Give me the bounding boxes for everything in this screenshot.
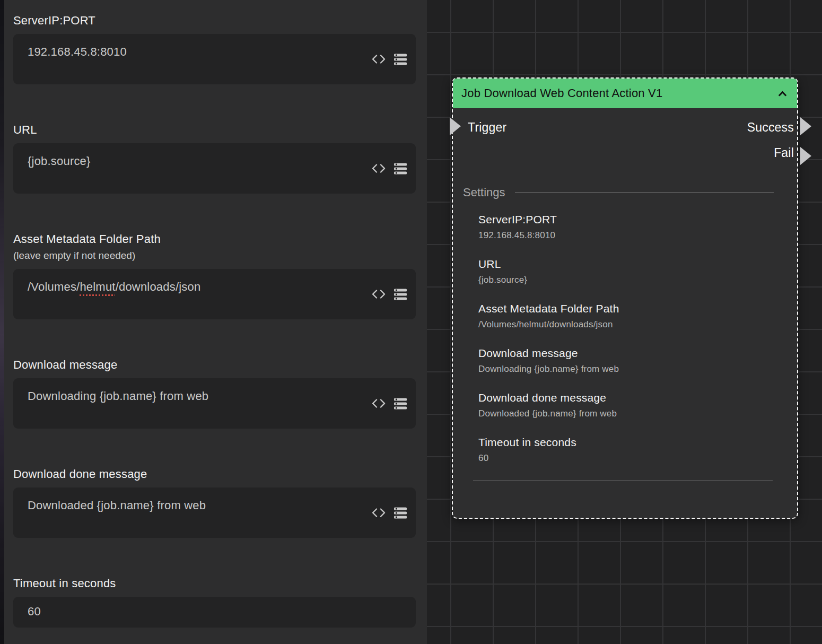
field-url: URL {job.source} bbox=[13, 123, 416, 194]
field-download-done-message: Download done message Downloaded {job.na… bbox=[13, 467, 416, 538]
field-label: ServerIP:PORT bbox=[13, 14, 416, 28]
settings-section-title: Settings bbox=[463, 186, 505, 199]
node-ports: Trigger Success Fail bbox=[453, 108, 797, 167]
node-graph-canvas[interactable]: Job Download Web Content Action V1 Trigg… bbox=[427, 0, 822, 644]
node-title: Job Download Web Content Action V1 bbox=[461, 86, 662, 100]
input-value: Downloaded {job.name} from web bbox=[28, 499, 206, 512]
code-icon[interactable] bbox=[371, 54, 386, 65]
trigger-port-arrow[interactable] bbox=[450, 117, 461, 135]
input-value: /Volumes/helmut/downloads/json bbox=[28, 280, 200, 293]
input-value: 60 bbox=[28, 605, 41, 618]
background-edge-strip bbox=[0, 0, 4, 644]
input-value: 192.168.45.8:8010 bbox=[28, 45, 127, 58]
settings-panel: ServerIP:PORT 192.168.45.8:8010 URL {job… bbox=[0, 0, 427, 644]
success-port-arrow[interactable] bbox=[800, 117, 811, 135]
setting-asset-metadata-path: Asset Metadata Folder Path /Volumes/helm… bbox=[478, 302, 776, 330]
download-done-message-input[interactable]: Downloaded {job.name} from web bbox=[13, 488, 416, 538]
fail-port-label[interactable]: Fail bbox=[774, 146, 794, 160]
field-timeout: Timeout in seconds 60 bbox=[13, 577, 416, 628]
setting-download-message: Download message Downloading {job.name} … bbox=[478, 347, 776, 375]
variable-list-icon[interactable] bbox=[394, 163, 407, 174]
fail-port-arrow[interactable] bbox=[800, 147, 811, 165]
setting-download-done-message: Download done message Downloaded {job.na… bbox=[478, 391, 776, 419]
trigger-port-label[interactable]: Trigger bbox=[468, 120, 506, 135]
misspelled-word: helmut bbox=[80, 280, 115, 293]
node-bottom-divider bbox=[473, 481, 773, 481]
variable-list-icon[interactable] bbox=[394, 398, 407, 409]
field-label: Asset Metadata Folder Path bbox=[13, 232, 416, 246]
field-label: Timeout in seconds bbox=[13, 577, 416, 590]
code-icon[interactable] bbox=[371, 289, 386, 300]
code-icon[interactable] bbox=[371, 398, 386, 409]
field-label: URL bbox=[13, 123, 416, 137]
variable-list-icon[interactable] bbox=[394, 289, 407, 300]
success-port-label[interactable]: Success bbox=[747, 120, 794, 135]
node-job-download-web-content[interactable]: Job Download Web Content Action V1 Trigg… bbox=[452, 77, 798, 519]
settings-section-header: Settings bbox=[463, 186, 774, 199]
variable-list-icon[interactable] bbox=[394, 54, 407, 65]
field-server-ip: ServerIP:PORT 192.168.45.8:8010 bbox=[13, 14, 416, 84]
server-ip-input[interactable]: 192.168.45.8:8010 bbox=[13, 34, 416, 84]
field-sublabel: (leave empty if not needed) bbox=[13, 250, 416, 262]
field-label: Download message bbox=[13, 358, 416, 372]
input-value: {job.source} bbox=[28, 154, 91, 168]
field-label: Download done message bbox=[13, 467, 416, 481]
node-header[interactable]: Job Download Web Content Action V1 bbox=[453, 79, 797, 108]
field-asset-metadata-path: Asset Metadata Folder Path (leave empty … bbox=[13, 232, 416, 319]
input-value: Downloading {job.name} from web bbox=[28, 389, 208, 403]
node-settings-list: ServerIP:PORT 192.168.45.8:8010 URL {job… bbox=[478, 213, 776, 464]
chevron-up-icon[interactable] bbox=[779, 91, 787, 99]
setting-timeout: Timeout in seconds 60 bbox=[478, 436, 776, 464]
variable-list-icon[interactable] bbox=[394, 507, 407, 518]
timeout-input[interactable]: 60 bbox=[13, 597, 416, 628]
settings-divider-line bbox=[515, 193, 774, 193]
setting-server-ip: ServerIP:PORT 192.168.45.8:8010 bbox=[478, 213, 776, 241]
url-input[interactable]: {job.source} bbox=[13, 143, 416, 194]
download-message-input[interactable]: Downloading {job.name} from web bbox=[13, 378, 416, 429]
field-download-message: Download message Downloading {job.name} … bbox=[13, 358, 416, 429]
asset-metadata-path-input[interactable]: /Volumes/helmut/downloads/json bbox=[13, 269, 416, 319]
code-icon[interactable] bbox=[371, 508, 386, 518]
code-icon[interactable] bbox=[371, 163, 386, 174]
setting-url: URL {job.source} bbox=[478, 258, 776, 285]
